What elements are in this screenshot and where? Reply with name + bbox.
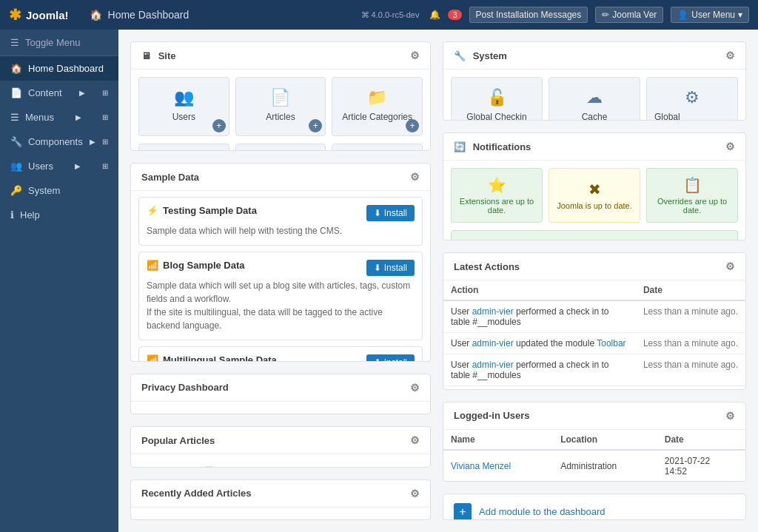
global-config-tile-icon: ⚙ xyxy=(685,88,700,107)
add-module-plus-icon: + xyxy=(454,503,472,520)
site-tile-plugins[interactable]: 🔌 Plugins xyxy=(332,144,423,151)
toggle-menu-button[interactable]: ☰ Home Dashboard Toggle Menu xyxy=(0,30,118,56)
sample-item-blog-header: 📶 Blog Sample Data ⬇ Install xyxy=(147,260,415,276)
sample-item-testing: ⚡ Testing Sample Data ⬇ Install Sample d… xyxy=(138,197,423,246)
recently-article-icon: 📄 xyxy=(204,519,215,521)
site-tile-users[interactable]: 👥 Users + xyxy=(138,77,229,136)
system-panel-gear-icon[interactable]: ⚙ xyxy=(725,50,735,61)
actions-header-row: Action Date xyxy=(443,280,745,300)
topbar: ✱ Joomla! 🏠 Home Dashboard ⌘ 4.0.0-rc5-d… xyxy=(0,0,758,30)
site-tile-modules[interactable]: 📦 Modules + xyxy=(235,144,326,151)
bolt-icon: ⚡ xyxy=(147,205,158,216)
notifications-title: Notifications xyxy=(473,141,531,152)
notifications-gear-icon[interactable]: ⚙ xyxy=(725,141,735,152)
recently-added-gear-icon[interactable]: ⚙ xyxy=(410,488,420,499)
cache-tile-icon: ☁ xyxy=(586,88,603,107)
location-col-header: Location xyxy=(553,430,657,450)
users-tbody: Viviana Menzel Administration 2021-07-22… xyxy=(443,450,745,482)
categories-add-button[interactable]: + xyxy=(406,119,419,132)
articles-tile-icon: 📄 xyxy=(270,88,290,107)
module-link[interactable]: Toolbar xyxy=(597,338,625,349)
user-menu-button[interactable]: 👤 User Menu ▾ xyxy=(671,7,749,23)
system-panel-title: System xyxy=(473,50,507,61)
site-panel-title: Site xyxy=(158,50,176,61)
sample-data-header: Sample Data ⚙ xyxy=(131,164,430,191)
wrench-icon: 🔧 xyxy=(454,50,466,61)
sidebar-item-system[interactable]: 🔑 System xyxy=(0,178,118,203)
popular-articles-gear-icon[interactable]: ⚙ xyxy=(410,434,420,446)
user-link[interactable]: admin-vier xyxy=(472,306,514,317)
checkin-tile-label: Global Checkin xyxy=(466,112,526,121)
chevron-down-icon: ▾ xyxy=(738,10,742,20)
install-icon: ⬇ xyxy=(374,208,381,218)
global-config-tile-label: Global Configuration xyxy=(654,112,730,121)
multilingual-install-label: Install xyxy=(384,357,407,361)
logged-in-users-title: Logged-in Users xyxy=(454,410,530,421)
home-dashboard-icon: 🏠 xyxy=(10,63,22,74)
main-layout: ☰ Home Dashboard Toggle Menu 🏠 Home Dash… xyxy=(0,30,758,532)
sidebar-item-users[interactable]: 👥 Users ▶ ⊞ xyxy=(0,154,118,178)
wifi-icon: 📶 xyxy=(147,260,158,271)
site-panel: 🖥 Site ⚙ 👥 Users + 📄 Articles + xyxy=(130,41,431,151)
site-panel-header: 🖥 Site ⚙ xyxy=(131,42,430,70)
actions-tbody: User admin-vier performed a check in to … xyxy=(443,300,745,389)
users-grid-icon: ⊞ xyxy=(102,162,108,170)
user-link[interactable]: admin-vier xyxy=(472,360,514,370)
sidebar-item-menus[interactable]: ☰ Menus ▶ ⊞ xyxy=(0,105,118,129)
menus-label: Menus xyxy=(25,112,54,123)
sample-data-gear-icon[interactable]: ⚙ xyxy=(410,171,420,183)
user-link[interactable]: admin-vier xyxy=(472,338,514,349)
refresh-icon: 🔄 xyxy=(454,141,466,152)
site-panel-gear-icon[interactable]: ⚙ xyxy=(410,50,420,61)
testing-desc: Sample data which will help with testing… xyxy=(147,224,415,238)
multilingual-install-button[interactable]: ⬇ Install xyxy=(366,354,415,361)
sys-tile-checkin[interactable]: 🔓 Global Checkin xyxy=(451,77,543,121)
articles-tile-label: Articles xyxy=(266,112,295,122)
notifications-header-content: 🔄 Notifications xyxy=(454,141,531,152)
post-install-button[interactable]: Post Installation Messages xyxy=(469,7,588,23)
user-name-link[interactable]: Viviana Menzel xyxy=(451,461,511,471)
sys-tile-cache[interactable]: ☁ Cache xyxy=(549,77,640,121)
components-label: Components xyxy=(28,136,83,147)
cache-tile-label: Cache xyxy=(582,112,608,121)
logo-text: Joomla! xyxy=(26,9,69,21)
joomla-ver-button[interactable]: ✏ Joomla Ver xyxy=(595,7,663,23)
notif-overrides-label: Overrides are up to date. xyxy=(654,197,730,215)
testing-install-button[interactable]: ⬇ Install xyxy=(366,205,415,221)
sys-tile-global-config[interactable]: ⚙ Global Configuration xyxy=(646,77,738,121)
notif-joomla-label: Joomla is up to date. xyxy=(557,201,632,210)
system-panel: 🔧 System ⚙ 🔓 Global Checkin ☁ Cache xyxy=(443,41,746,121)
popular-articles-header: Popular Articles ⚙ xyxy=(131,427,430,454)
site-tile-media[interactable]: 🖼 Media xyxy=(138,144,229,151)
sidebar-item-help[interactable]: ℹ Help xyxy=(0,203,118,227)
menus-grid-icon: ⊞ xyxy=(102,113,108,121)
add-module-button[interactable]: + Add module to the dashboard xyxy=(443,494,745,520)
users-add-button[interactable]: + xyxy=(212,119,226,132)
users-nav-icon: 👥 xyxy=(10,161,22,172)
bell-icon: 🔔 xyxy=(429,10,440,20)
sidebar-item-home-dashboard[interactable]: 🏠 Home Dashboard xyxy=(0,56,118,81)
recently-added-header: Recently Added Articles ⚙ xyxy=(131,480,430,508)
sidebar-item-components[interactable]: 🔧 Components ▶ ⊞ xyxy=(0,129,118,154)
site-tile-categories[interactable]: 📁 Article Categories + xyxy=(332,77,423,136)
privacy-gear-icon[interactable]: ⚙ xyxy=(410,382,420,394)
add-module-label: Add module to the dashboard xyxy=(479,506,606,517)
notif-extensions: ⭐ Extensions are up to date. xyxy=(451,168,543,223)
latest-actions-gear-icon[interactable]: ⚙ xyxy=(725,260,735,272)
users-arrow-icon: ▶ xyxy=(75,162,81,170)
table-row: User admin-vier updated the module Toolb… xyxy=(443,386,745,390)
joomla-ver-label: Joomla Ver xyxy=(612,10,657,20)
menus-arrow-icon: ▶ xyxy=(76,113,81,121)
sample-item-testing-title: ⚡ Testing Sample Data xyxy=(147,205,257,216)
articles-add-button[interactable]: + xyxy=(309,119,322,132)
notif-overrides: 📋 Overrides are up to date. xyxy=(646,168,738,223)
sidebar-item-content[interactable]: 📄 Content ▶ ⊞ xyxy=(0,81,118,105)
multilingual-icon: 📶 xyxy=(147,354,158,361)
sample-item-multilingual-title: 📶 Multilingual Sample Data xyxy=(147,354,277,361)
logged-in-users-gear-icon[interactable]: ⚙ xyxy=(725,410,735,422)
home-dashboard-label: Home Dashboard xyxy=(28,63,104,74)
blog-install-button[interactable]: ⬇ Install xyxy=(366,260,415,276)
right-column: 🔧 System ⚙ 🔓 Global Checkin ☁ Cache xyxy=(443,41,746,520)
site-tile-articles[interactable]: 📄 Articles + xyxy=(235,77,326,136)
sample-item-testing-header: ⚡ Testing Sample Data ⬇ Install xyxy=(147,205,415,221)
